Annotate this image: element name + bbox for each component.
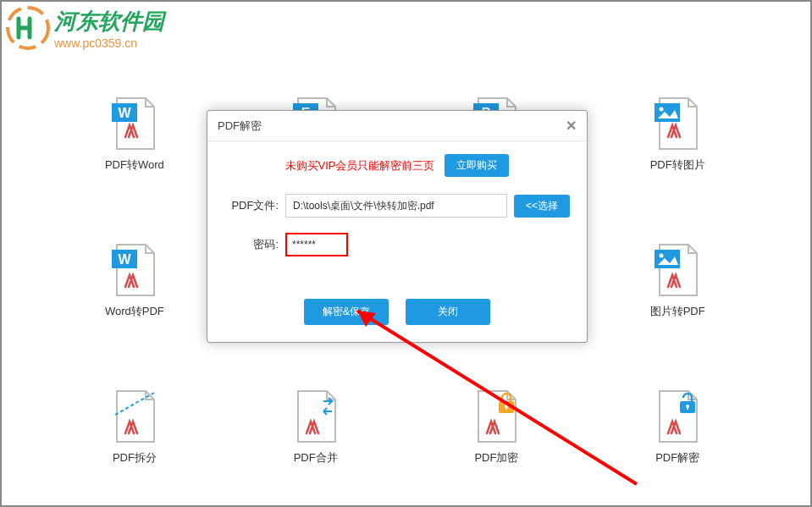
password-label: 密码: bbox=[224, 237, 285, 252]
buy-vip-button[interactable]: 立即购买 bbox=[445, 154, 509, 177]
password-input[interactable] bbox=[285, 233, 348, 256]
close-button[interactable]: 关闭 bbox=[406, 299, 490, 325]
file-label: PDF文件: bbox=[224, 198, 285, 213]
dialog-header: PDF解密 ✕ bbox=[207, 111, 587, 141]
select-file-button[interactable]: <<选择 bbox=[514, 195, 570, 218]
close-icon[interactable]: ✕ bbox=[566, 118, 577, 134]
decrypt-dialog: PDF解密 ✕ 未购买VIP会员只能解密前三页 立即购买 PDF文件: <<选择… bbox=[207, 110, 588, 343]
vip-warning-text: 未购买VIP会员只能解密前三页 bbox=[285, 158, 435, 174]
decrypt-save-button[interactable]: 解密&保存 bbox=[304, 299, 389, 325]
dialog-title: PDF解密 bbox=[218, 118, 262, 134]
dialog-overlay: PDF解密 ✕ 未购买VIP会员只能解密前三页 立即购买 PDF文件: <<选择… bbox=[2, 2, 810, 505]
pdf-file-input[interactable] bbox=[285, 194, 507, 218]
